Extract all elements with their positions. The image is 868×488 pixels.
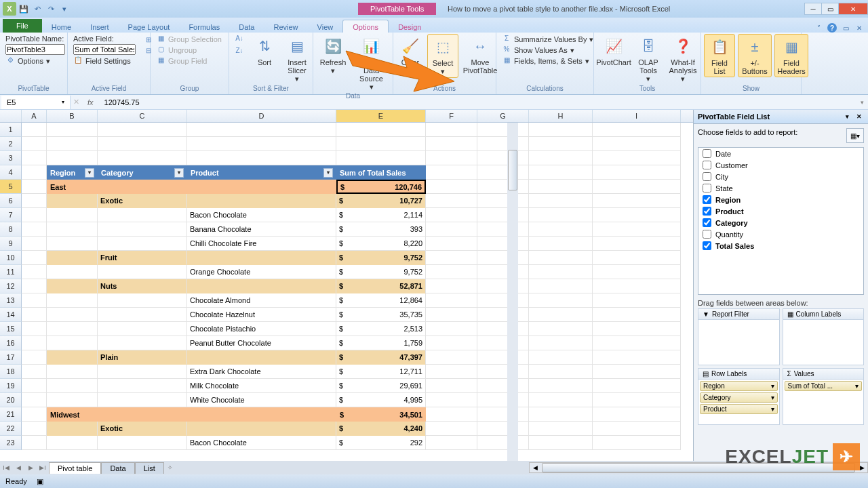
fx-icon[interactable]: fx xyxy=(82,98,99,106)
tab-insert[interactable]: Insert xyxy=(81,20,119,33)
sheet-tab-pivot[interactable]: Pivot table xyxy=(49,462,101,474)
region-value[interactable]: $120,746 xyxy=(336,180,426,194)
category-value[interactable]: $4,240 xyxy=(336,422,426,436)
field-list-dropdown-icon[interactable]: ▾ xyxy=(842,113,852,120)
product-value[interactable]: $35,735 xyxy=(336,308,426,322)
tab-nav-prev-icon[interactable]: ◀ xyxy=(12,464,24,471)
row-12[interactable]: 12 xyxy=(0,279,22,293)
field-checkbox[interactable] xyxy=(703,161,711,169)
product-cell[interactable]: Peanut Butter Chocolate xyxy=(187,336,336,350)
plusminus-buttons-button[interactable]: ±+/-Buttons xyxy=(738,34,772,77)
row-3[interactable]: 3 xyxy=(0,151,22,165)
field-headers-button[interactable]: ▦FieldHeaders xyxy=(774,34,808,77)
row-2[interactable]: 2 xyxy=(0,137,22,151)
product-value[interactable]: $2,114 xyxy=(336,208,426,222)
field-product[interactable]: Product xyxy=(698,205,863,217)
category-cell[interactable]: Nuts xyxy=(98,279,187,293)
save-icon[interactable]: 💾 xyxy=(18,3,30,15)
show-values-as-button[interactable]: %Show Values As ▾ xyxy=(499,45,596,56)
name-box[interactable]: E5▾ xyxy=(1,96,71,109)
row-8[interactable]: 8 xyxy=(0,222,22,237)
category-value[interactable]: $47,397 xyxy=(336,350,426,365)
undo-icon[interactable]: ↶ xyxy=(31,3,43,15)
row-5[interactable]: 5 xyxy=(0,180,22,194)
insert-slicer-button[interactable]: ▤InsertSlicer ▾ xyxy=(282,34,312,84)
category-cell[interactable]: Exotic xyxy=(98,194,187,208)
row-15[interactable]: 15 xyxy=(0,322,22,336)
product-value[interactable]: $4,995 xyxy=(336,393,426,407)
vertical-scrollbar[interactable] xyxy=(507,123,518,461)
pivot-header-region[interactable]: Region▾ xyxy=(47,165,98,180)
category-cell[interactable]: Fruit xyxy=(98,251,187,265)
product-value[interactable]: $9,752 xyxy=(336,265,426,279)
select-button[interactable]: ⬚Select▾ xyxy=(427,34,458,78)
sheet-tab-data[interactable]: Data xyxy=(101,462,134,474)
field-settings-button[interactable]: 📋Field Settings xyxy=(71,56,138,66)
product-value[interactable]: $29,691 xyxy=(336,379,426,393)
active-field-input[interactable] xyxy=(73,44,136,55)
field-list-close-icon[interactable]: ✕ xyxy=(854,113,864,120)
tab-page-layout[interactable]: Page Layout xyxy=(119,20,180,33)
field-total-sales[interactable]: Total Sales xyxy=(698,240,863,251)
row-22[interactable]: 22 xyxy=(0,422,22,436)
sort-desc-button[interactable]: Z↓ xyxy=(232,46,247,57)
row-9[interactable]: 9 xyxy=(0,237,22,251)
row-10[interactable]: 10 xyxy=(0,251,22,265)
sheet-tab-list[interactable]: List xyxy=(135,462,164,474)
change-data-source-button[interactable]: 📊Change DataSource ▾ xyxy=(353,34,390,92)
product-cell[interactable]: Chocolate Hazelnut xyxy=(187,308,336,322)
tab-options[interactable]: Options xyxy=(342,20,389,33)
minimize-ribbon-icon[interactable]: ˅ xyxy=(814,23,823,33)
col-I[interactable]: I xyxy=(593,110,681,122)
row-4[interactable]: 4 xyxy=(0,165,22,180)
pivottable-options-button[interactable]: ⚙Options ▾ xyxy=(3,56,68,66)
row-19[interactable]: 19 xyxy=(0,379,22,393)
field-checkbox[interactable] xyxy=(703,241,711,250)
row-11[interactable]: 11 xyxy=(0,265,22,279)
product-value[interactable]: $2,513 xyxy=(336,322,426,336)
tab-home[interactable]: Home xyxy=(42,20,81,33)
field-checkbox[interactable] xyxy=(703,184,711,192)
category-cell[interactable]: Plain xyxy=(98,350,187,365)
pivotchart-button[interactable]: 📈PivotChart xyxy=(597,34,631,68)
region-cell[interactable]: East xyxy=(47,180,98,194)
col-A[interactable]: A xyxy=(22,110,47,122)
pivot-header-product[interactable]: Product▾ xyxy=(187,165,336,180)
field-state[interactable]: State xyxy=(698,182,863,194)
product-cell[interactable]: Chocolate Pistachio xyxy=(187,322,336,336)
pivottable-name-input[interactable] xyxy=(5,44,65,55)
category-value[interactable]: $9,752 xyxy=(336,251,426,265)
new-sheet-icon[interactable]: ✧ xyxy=(164,464,176,471)
row-area-item[interactable]: Product▾ xyxy=(700,404,778,414)
expand-formula-bar-icon[interactable]: ▾ xyxy=(861,99,868,106)
col-F[interactable]: F xyxy=(426,110,477,122)
sort-button[interactable]: ⇅Sort xyxy=(250,34,279,68)
row-area-item[interactable]: Category▾ xyxy=(700,392,778,403)
area-values[interactable]: ΣValues Sum of Total ...▾ xyxy=(783,368,865,425)
field-customer[interactable]: Customer xyxy=(698,159,863,171)
value-area-item[interactable]: Sum of Total ...▾ xyxy=(785,381,863,391)
tab-file[interactable]: File xyxy=(3,19,42,33)
row-13[interactable]: 13 xyxy=(0,293,22,308)
product-cell[interactable]: Chilli Chocolate Fire xyxy=(187,237,336,251)
tab-nav-first-icon[interactable]: I◀ xyxy=(0,464,12,471)
row-20[interactable]: 20 xyxy=(0,393,22,407)
col-C[interactable]: C xyxy=(98,110,187,122)
product-value[interactable]: $12,864 xyxy=(336,293,426,308)
field-quantity[interactable]: Quantity xyxy=(698,228,863,240)
minimize-button[interactable]: ─ xyxy=(804,3,822,15)
row-17[interactable]: 17 xyxy=(0,350,22,365)
row-14[interactable]: 14 xyxy=(0,308,22,322)
excel-icon[interactable]: X xyxy=(3,2,16,16)
qat-dropdown-icon[interactable]: ▾ xyxy=(58,3,71,15)
tab-view[interactable]: View xyxy=(308,20,343,33)
move-pivottable-button[interactable]: ↔MovePivotTable xyxy=(461,34,499,76)
row-21[interactable]: 21 xyxy=(0,407,22,422)
product-value[interactable]: $393 xyxy=(336,222,426,237)
tab-nav-last-icon[interactable]: ▶I xyxy=(37,464,49,471)
region-value[interactable]: $34,501 xyxy=(336,407,426,422)
summarize-values-button[interactable]: ΣSummarize Values By ▾ xyxy=(499,34,596,45)
row-6[interactable]: 6 xyxy=(0,194,22,208)
row-18[interactable]: 18 xyxy=(0,365,22,379)
cells-area[interactable]: Region▾Category▾Product▾Sum of Total Sal… xyxy=(22,123,693,450)
